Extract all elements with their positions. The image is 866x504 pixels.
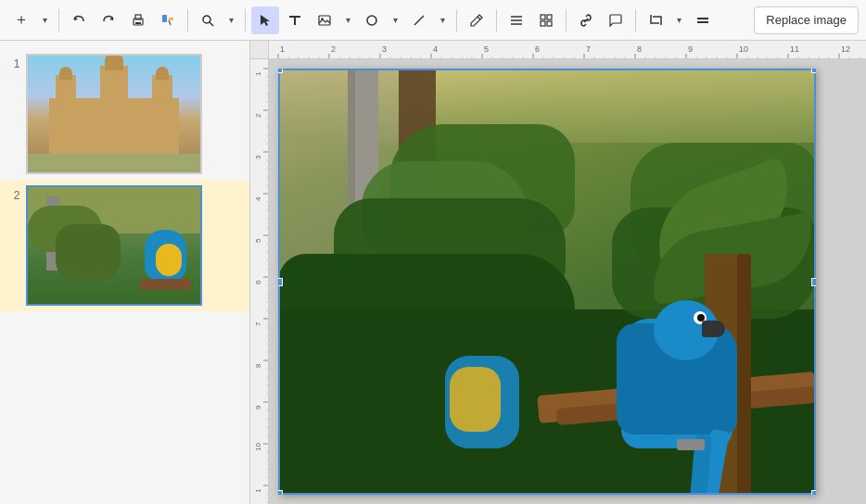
zoom-dropdown-btn[interactable]: ▾ xyxy=(223,6,239,34)
sep4 xyxy=(456,9,457,32)
slide-canvas[interactable] xyxy=(269,59,866,504)
handle-tl[interactable] xyxy=(278,69,283,73)
paint-format-btn[interactable] xyxy=(154,6,182,34)
line-btn[interactable] xyxy=(405,6,433,34)
content-row: 123456789101 xyxy=(250,59,866,504)
svg-point-6 xyxy=(203,16,210,23)
svg-text:10: 10 xyxy=(254,443,262,451)
svg-text:5: 5 xyxy=(484,44,489,54)
svg-rect-21 xyxy=(541,21,545,26)
slide-1-item[interactable]: 1 🔗 xyxy=(0,48,249,180)
slide-1-number: 1 xyxy=(7,57,26,70)
svg-rect-11 xyxy=(319,16,330,25)
print-btn[interactable] xyxy=(124,6,152,34)
shape-group: ▾ xyxy=(358,6,403,34)
svg-text:2: 2 xyxy=(254,113,262,118)
svg-text:3: 3 xyxy=(254,155,262,159)
canvas-area: 12345678910111213 123456789101 xyxy=(250,41,866,504)
ruler-corner xyxy=(250,41,269,59)
svg-text:3: 3 xyxy=(382,44,387,54)
svg-marker-8 xyxy=(261,15,270,26)
align-btn[interactable] xyxy=(503,6,530,34)
handle-bl[interactable] xyxy=(278,490,283,495)
slide-1-preview xyxy=(28,56,200,172)
crop-group: ▾ xyxy=(642,6,687,34)
sep1 xyxy=(58,9,59,32)
redo-btn[interactable] xyxy=(95,6,122,34)
svg-text:12: 12 xyxy=(841,44,850,54)
svg-text:10: 10 xyxy=(739,44,748,54)
svg-rect-19 xyxy=(541,15,545,19)
svg-rect-24 xyxy=(697,21,708,23)
slide-2-number: 2 xyxy=(7,189,26,202)
zoom-group: ▾ xyxy=(194,6,239,34)
svg-rect-10 xyxy=(294,16,296,25)
svg-text:4: 4 xyxy=(254,196,262,201)
svg-text:6: 6 xyxy=(254,280,262,284)
link-btn[interactable] xyxy=(572,6,600,34)
svg-text:7: 7 xyxy=(254,321,262,326)
ruler-horizontal: 12345678910111213 xyxy=(250,41,866,59)
sep3 xyxy=(245,9,246,32)
slide-2-thumbnail xyxy=(26,185,202,306)
svg-rect-20 xyxy=(547,15,552,19)
handle-ml[interactable] xyxy=(278,278,283,286)
line-dropdown-btn[interactable]: ▾ xyxy=(434,6,451,34)
svg-text:1: 1 xyxy=(254,71,262,76)
sep2 xyxy=(187,9,188,32)
slide-2-item[interactable]: 2 xyxy=(0,180,249,311)
zoom-btn[interactable] xyxy=(194,6,222,34)
comment-btn[interactable] xyxy=(602,6,630,34)
svg-point-13 xyxy=(367,16,376,25)
svg-text:8: 8 xyxy=(637,44,642,54)
svg-rect-25 xyxy=(269,41,866,58)
ruler-h-marks: 12345678910111213 xyxy=(269,41,866,58)
image-dropdown-btn[interactable]: ▾ xyxy=(339,6,356,34)
svg-rect-5 xyxy=(162,15,167,22)
sep6 xyxy=(566,9,567,32)
shape-dropdown-btn[interactable]: ▾ xyxy=(387,6,403,34)
svg-rect-22 xyxy=(547,21,552,26)
add-btn[interactable]: ＋ xyxy=(7,6,35,34)
svg-rect-23 xyxy=(697,18,708,19)
line-group: ▾ xyxy=(405,6,451,34)
svg-rect-4 xyxy=(135,22,141,24)
svg-text:1: 1 xyxy=(254,488,262,493)
crop-btn[interactable] xyxy=(642,6,669,34)
shape-btn[interactable] xyxy=(358,6,386,34)
slide-2-preview xyxy=(28,187,200,304)
slides-panel: 1 🔗 xyxy=(0,41,250,504)
add-dropdown-btn[interactable]: ▾ xyxy=(36,6,53,34)
svg-text:8: 8 xyxy=(254,363,262,368)
layout-btn[interactable] xyxy=(532,6,560,34)
svg-line-7 xyxy=(210,22,213,26)
ruler-vertical: 123456789101 xyxy=(250,59,269,504)
handle-tr[interactable] xyxy=(811,69,816,73)
crop-dropdown-btn[interactable]: ▾ xyxy=(670,6,687,34)
svg-text:9: 9 xyxy=(254,405,262,410)
image-group: ▾ xyxy=(311,6,356,34)
handle-br[interactable] xyxy=(811,490,816,495)
pen-btn[interactable] xyxy=(463,6,490,34)
add-group: ＋ ▾ xyxy=(7,6,53,34)
slide-page xyxy=(278,69,816,495)
sep5 xyxy=(496,9,497,32)
more-options-btn[interactable] xyxy=(689,6,717,34)
svg-text:11: 11 xyxy=(790,44,799,54)
toolbar: ＋ ▾ ▾ ▾ ▾ xyxy=(0,0,866,41)
svg-text:1: 1 xyxy=(280,44,285,54)
replace-image-btn[interactable]: Replace image xyxy=(754,6,859,34)
handle-mr[interactable] xyxy=(811,278,816,286)
svg-text:4: 4 xyxy=(433,44,438,54)
svg-text:7: 7 xyxy=(586,44,591,54)
svg-line-15 xyxy=(478,17,480,19)
slide-1-thumbnail xyxy=(26,54,202,174)
svg-line-14 xyxy=(414,16,424,25)
undo-btn[interactable] xyxy=(65,6,93,34)
select-btn[interactable] xyxy=(251,6,279,34)
text-btn[interactable] xyxy=(281,6,309,34)
image-btn[interactable] xyxy=(311,6,338,34)
svg-text:5: 5 xyxy=(254,238,262,243)
sep7 xyxy=(635,9,636,32)
svg-text:9: 9 xyxy=(688,44,693,54)
